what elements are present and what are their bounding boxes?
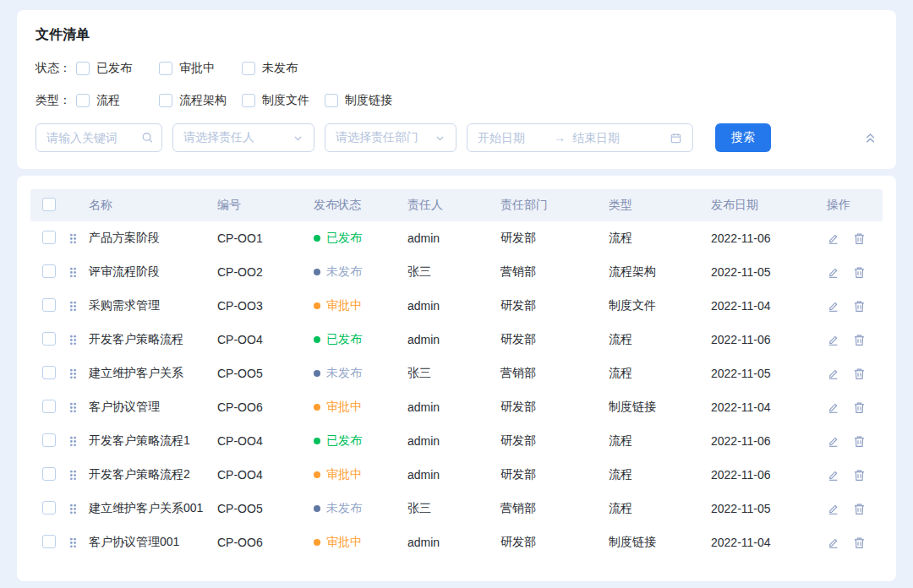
checkbox[interactable] [325, 94, 338, 107]
drag-handle-icon[interactable] [68, 401, 85, 414]
drag-handle-icon[interactable] [68, 334, 85, 346]
cell-code: CP-OO4 [213, 434, 309, 448]
status-text: 未发布 [326, 366, 362, 381]
row-checkbox[interactable] [42, 332, 56, 346]
trash-icon[interactable] [853, 232, 866, 245]
cell-dept: 研发部 [497, 467, 602, 482]
cell-person: admin [404, 536, 497, 549]
drag-handle-icon[interactable] [68, 266, 85, 279]
cell-name: 建立维护客户关系 [85, 366, 213, 381]
status-option-published[interactable]: 已发布 [76, 61, 159, 76]
end-date-input[interactable] [572, 131, 670, 144]
type-option-document[interactable]: 制度文件 [242, 93, 325, 108]
trash-icon[interactable] [853, 435, 866, 448]
status-badge: 审批中 [309, 400, 404, 415]
select-all-checkbox[interactable] [42, 198, 56, 211]
drag-handle-icon[interactable] [68, 536, 85, 549]
cell-name: 开发客户策略流程 [85, 332, 213, 347]
search-button[interactable]: 搜索 [715, 123, 771, 152]
table-row: 产品方案阶段 CP-OO1 已发布 admin 研发部 流程 2022-11-0… [30, 221, 883, 255]
row-checkbox[interactable] [42, 400, 56, 413]
trash-icon[interactable] [853, 334, 866, 346]
drag-handle-icon[interactable] [68, 503, 85, 515]
row-check-cell [30, 535, 68, 551]
cell-date: 2022-11-06 [707, 468, 822, 482]
row-actions [822, 435, 883, 448]
edit-pencil-icon[interactable] [827, 536, 839, 549]
status-filter-row: 状态： 已发布 审批中 未发布 [36, 61, 877, 76]
trash-icon[interactable] [853, 368, 866, 380]
row-checkbox[interactable] [42, 264, 56, 278]
row-checkbox[interactable] [42, 467, 56, 481]
drag-handle-icon[interactable] [68, 435, 85, 448]
drag-handle-icon[interactable] [68, 368, 85, 380]
cell-code: CP-OO4 [213, 333, 309, 346]
table-header-row: 名称 编号 发布状态 责任人 责任部门 类型 发布日期 操作 [30, 189, 883, 221]
table-row: 开发客户策略流程 CP-OO4 已发布 admin 研发部 流程 2022-11… [30, 323, 883, 357]
table-row: 评审流程阶段 CP-OO2 未发布 张三 营销部 流程架构 2022-11-05 [30, 255, 883, 289]
status-option-approving[interactable]: 审批中 [159, 61, 242, 76]
checkbox[interactable] [159, 94, 172, 107]
person-select[interactable]: 请选择责任人 [172, 123, 314, 152]
drag-handle-icon[interactable] [68, 300, 85, 313]
status-badge: 已发布 [309, 433, 404, 449]
start-date-input[interactable] [478, 131, 552, 144]
cell-type: 制度文件 [602, 298, 707, 313]
row-checkbox[interactable] [42, 501, 56, 514]
dept-select[interactable]: 请选择责任部门 [325, 123, 456, 152]
status-badge: 未发布 [309, 366, 404, 381]
type-option-label: 制度链接 [345, 93, 392, 108]
drag-handle-icon[interactable] [68, 232, 85, 245]
edit-pencil-icon[interactable] [827, 232, 839, 245]
edit-pencil-icon[interactable] [827, 401, 839, 414]
table-row: 采购需求管理 CP-OO3 审批中 admin 研发部 制度文件 2022-11… [30, 289, 883, 323]
row-checkbox[interactable] [42, 366, 56, 379]
row-checkbox[interactable] [42, 535, 56, 548]
row-checkbox[interactable] [42, 298, 56, 312]
drag-handle-icon[interactable] [68, 469, 85, 482]
trash-icon[interactable] [853, 266, 866, 279]
cell-person: admin [404, 299, 497, 313]
trash-icon[interactable] [853, 469, 866, 482]
double-chevron-up-icon [863, 131, 877, 145]
cell-dept: 营销部 [497, 501, 602, 516]
cell-dept: 营销部 [497, 264, 602, 280]
type-option-process[interactable]: 流程 [76, 93, 159, 108]
collapse-filters-button[interactable] [863, 131, 877, 145]
trash-icon[interactable] [853, 401, 866, 414]
edit-pencil-icon[interactable] [827, 503, 839, 515]
cell-name: 产品方案阶段 [85, 231, 213, 246]
trash-icon[interactable] [853, 503, 866, 515]
trash-icon[interactable] [853, 300, 866, 313]
row-check-cell [30, 433, 68, 449]
trash-icon[interactable] [853, 536, 866, 549]
header-person: 责任人 [404, 198, 497, 213]
date-range-picker[interactable]: → [467, 123, 693, 152]
header-type: 类型 [602, 198, 707, 213]
table-body: 产品方案阶段 CP-OO1 已发布 admin 研发部 流程 2022-11-0… [30, 221, 883, 559]
type-option-architecture[interactable]: 流程架构 [159, 93, 242, 108]
edit-pencil-icon[interactable] [827, 435, 839, 448]
edit-pencil-icon[interactable] [827, 334, 839, 346]
edit-pencil-icon[interactable] [827, 300, 839, 313]
cell-dept: 研发部 [497, 433, 602, 449]
edit-pencil-icon[interactable] [827, 368, 839, 380]
edit-pencil-icon[interactable] [827, 469, 839, 482]
row-checkbox[interactable] [42, 231, 56, 244]
cell-type: 流程 [602, 366, 707, 381]
cell-person: admin [404, 468, 497, 482]
edit-pencil-icon[interactable] [827, 266, 839, 279]
cell-date: 2022-11-05 [707, 265, 822, 279]
checkbox[interactable] [159, 62, 172, 75]
select-all-cell [30, 198, 68, 214]
header-actions: 操作 [822, 198, 883, 213]
checkbox[interactable] [76, 94, 90, 107]
checkbox[interactable] [242, 94, 255, 107]
checkbox[interactable] [242, 62, 255, 75]
type-option-link[interactable]: 制度链接 [325, 93, 407, 108]
row-checkbox[interactable] [42, 433, 56, 447]
cell-name: 客户协议管理001 [85, 535, 213, 550]
checkbox[interactable] [76, 62, 90, 75]
table-row: 客户协议管理 CP-OO6 审批中 admin 研发部 制度链接 2022-11… [30, 390, 883, 424]
status-option-unpublished[interactable]: 未发布 [242, 61, 325, 76]
